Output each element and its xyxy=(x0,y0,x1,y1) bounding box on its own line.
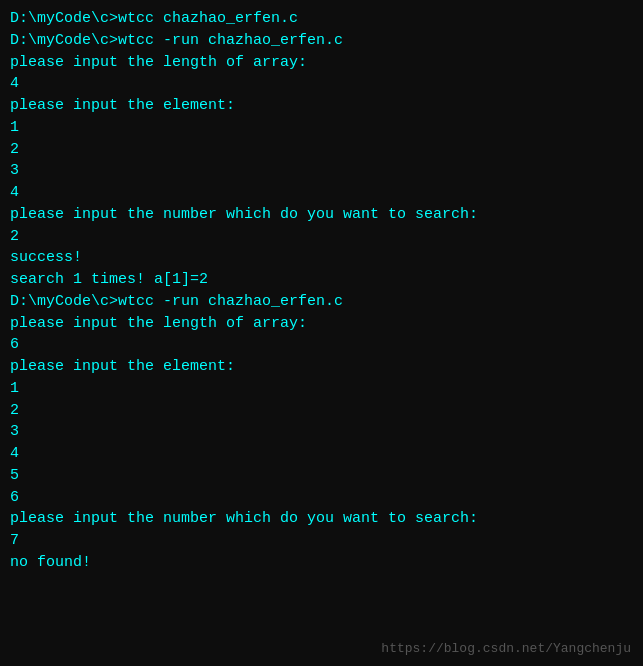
terminal-line-line21: 3 xyxy=(10,421,633,443)
terminal-line-line26: 7 xyxy=(10,530,633,552)
terminal-line-line19: 1 xyxy=(10,378,633,400)
terminal-line-line25: please input the number which do you wan… xyxy=(10,508,633,530)
terminal-line-line6: please input the element: xyxy=(10,95,633,117)
terminal-line-line23: 5 xyxy=(10,465,633,487)
terminal-line-line5: 4 xyxy=(10,73,633,95)
terminal-line-line3: D:\myCode\c>wtcc -run chazhao_erfen.c xyxy=(10,30,633,52)
terminal-line-line20: 2 xyxy=(10,400,633,422)
terminal-line-line24: 6 xyxy=(10,487,633,509)
watermark-text: https://blog.csdn.net/Yangchenju xyxy=(381,641,631,656)
terminal-line-line10: 4 xyxy=(10,182,633,204)
terminal-line-line18: please input the element: xyxy=(10,356,633,378)
terminal-line-line8: 2 xyxy=(10,139,633,161)
terminal-line-line15: D:\myCode\c>wtcc -run chazhao_erfen.c xyxy=(10,291,633,313)
terminal-line-line1: D:\myCode\c>wtcc chazhao_erfen.c xyxy=(10,8,633,30)
terminal-line-line17: 6 xyxy=(10,334,633,356)
terminal-line-line13: success! xyxy=(10,247,633,269)
terminal-line-line27: no found! xyxy=(10,552,633,574)
terminal-line-line14: search 1 times! a[1]=2 xyxy=(10,269,633,291)
terminal-line-line9: 3 xyxy=(10,160,633,182)
terminal-line-line4: please input the length of array: xyxy=(10,52,633,74)
terminal-line-line11: please input the number which do you wan… xyxy=(10,204,633,226)
terminal-window: D:\myCode\c>wtcc chazhao_erfen.cD:\myCod… xyxy=(0,0,643,666)
terminal-line-line22: 4 xyxy=(10,443,633,465)
terminal-line-line16: please input the length of array: xyxy=(10,313,633,335)
terminal-line-line12: 2 xyxy=(10,226,633,248)
terminal-line-line7: 1 xyxy=(10,117,633,139)
